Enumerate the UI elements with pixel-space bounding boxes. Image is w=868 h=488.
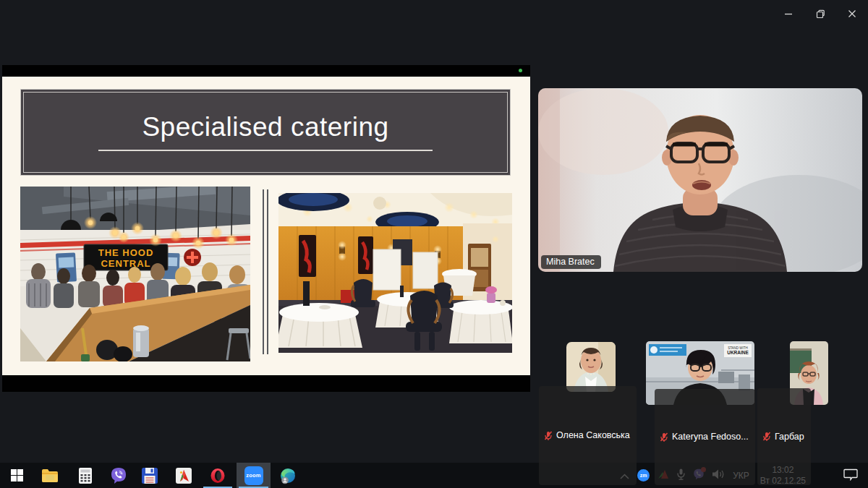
stand-with-ukraine-badge: STAND WITH UKRAINE (724, 344, 752, 357)
edge-icon (279, 467, 297, 484)
file-explorer-icon (41, 468, 59, 483)
participant-name: Гарбар (775, 432, 804, 442)
opera-button[interactable] (201, 463, 234, 488)
speaker-name: Miha Bratec (546, 257, 595, 267)
viber-button[interactable] (102, 463, 135, 488)
close-button[interactable] (836, 3, 868, 25)
photo-divider (263, 189, 268, 354)
presenter-status-dot (519, 69, 522, 72)
svg-text:UKRAINE: UKRAINE (727, 350, 749, 355)
shared-screen[interactable]: Specialised catering (2, 65, 530, 392)
muted-mic-icon (762, 432, 771, 441)
zoom-meeting-window: Specialised catering (0, 0, 868, 488)
participant-name: Kateryna Fedoso... (672, 432, 749, 442)
media-app-icon (176, 468, 192, 484)
participant-video-olena[interactable] (566, 342, 616, 392)
calculator-icon (79, 468, 92, 484)
right-photo-illustration (278, 193, 512, 353)
viber-icon (110, 467, 127, 484)
svg-text:THE HOOD: THE HOOD (98, 247, 154, 258)
speaker-video[interactable]: Miha Bratec (538, 88, 862, 272)
windows-start-icon (11, 469, 23, 481)
slide-title-underline (98, 150, 433, 151)
svg-text:CENTRAL: CENTRAL (101, 258, 150, 269)
participant-name-tag: Олена Саковська (539, 386, 637, 485)
speaker-name-tag: Miha Bratec (541, 255, 601, 269)
calculator-button[interactable] (69, 463, 102, 488)
participant-name-tag: Kateryna Fedoso... (655, 389, 755, 485)
minimize-button[interactable] (773, 3, 804, 25)
restore-icon (816, 9, 825, 19)
opera-icon (210, 468, 226, 484)
share-letterbox-bottom (2, 375, 530, 392)
restore-button[interactable] (804, 3, 836, 25)
presentation-slide: Specialised catering (2, 77, 530, 375)
participant-name-tag: Гарбар (757, 388, 811, 485)
zoom-tray-icon[interactable]: zm (637, 469, 650, 481)
muted-mic-icon (544, 431, 553, 440)
participant-name: Олена Саковська (556, 430, 630, 440)
muted-mic-icon (660, 432, 668, 442)
share-letterbox-top (2, 65, 530, 77)
zoom-app-icon-label: zoom (246, 472, 260, 479)
action-center-button[interactable] (843, 468, 858, 484)
window-controls (773, 3, 868, 25)
edge-button[interactable] (271, 463, 305, 488)
action-center-icon (843, 468, 858, 481)
left-photo-illustration: THE HOOD CENTRAL (20, 187, 250, 361)
zoom-app-icon: zoom (244, 466, 263, 485)
save-floppy-icon (142, 468, 158, 484)
media-app-button[interactable] (167, 463, 200, 488)
speaker-video-frame (538, 88, 862, 272)
close-icon (848, 9, 856, 18)
slide-title: Specialised catering (142, 114, 388, 142)
start-button[interactable] (0, 463, 33, 488)
zm-tray-label: zm (640, 473, 647, 478)
minimize-icon (784, 9, 793, 18)
zoom-taskbar-button[interactable]: zoom (237, 463, 271, 488)
save-floppy-button[interactable] (133, 463, 166, 488)
file-explorer-button[interactable] (33, 463, 67, 488)
slide-title-box: Specialised catering (20, 89, 511, 176)
